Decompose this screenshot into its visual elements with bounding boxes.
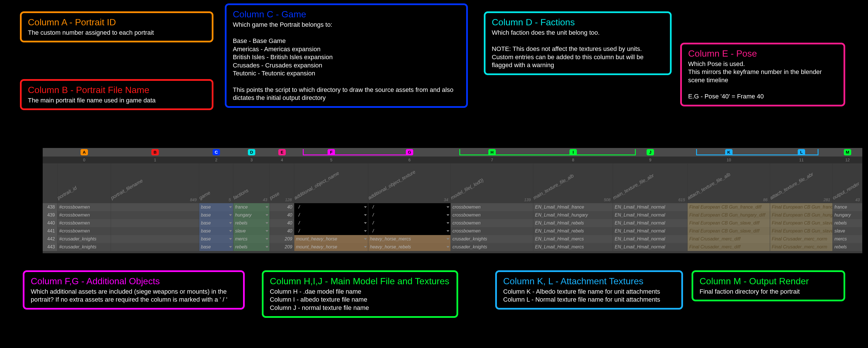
chevron-down-icon[interactable] [364,230,367,232]
cell-additional-object-texture[interactable]: / [368,227,451,235]
header-factions[interactable]: factions43 [234,163,270,203]
cell-main-texture-alb[interactable]: EN_Lmail_Hmail_mercs [533,243,613,251]
cell-attach-texture-alb[interactable]: Final European CB Gun_france_diff [688,203,770,211]
cell-attach-texture-abr[interactable]: Final European CB Gun_slave_norm [770,219,833,227]
cell-model-file[interactable]: crossbowmen [451,211,533,219]
table-row[interactable]: 438#crossbowmenbasefrance40 / /crossbowm… [43,203,862,211]
header-attach-texture-abr[interactable]: attach_texture_file_abr281 [770,163,833,203]
cell-blank-b[interactable] [111,243,199,251]
cell-additional-object-name[interactable]: mount_heavy_horse [294,243,368,251]
cell-faction[interactable]: mercs [234,235,270,243]
cell-pose[interactable]: 209 [270,243,294,251]
cell-pose[interactable]: 209 [270,235,294,243]
chevron-down-icon[interactable] [266,238,268,240]
cell-model-file[interactable]: crusader_knights [451,235,533,243]
cell-main-texture-abr[interactable]: EN_Lmail_Hmail_normal [613,211,688,219]
num-7[interactable]: 7 [451,157,533,163]
col-letter-m[interactable]: M [833,148,862,157]
cell-attach-texture-alb[interactable]: Final European CB Gun_slave_diff [688,219,770,227]
chevron-down-icon[interactable] [364,246,367,248]
cell-main-texture-alb[interactable]: EN_Lmail_Hmail_rebels [533,219,613,227]
cell-output-render[interactable]: slave [833,227,862,235]
header-additional-object-name[interactable]: additional_object_name [294,163,368,203]
num-5[interactable]: 5 [294,157,368,163]
chevron-down-icon[interactable] [229,230,232,232]
cell-output-render[interactable]: mercs [833,235,862,243]
cell-portrait-filename[interactable]: #crossbowmen [58,203,111,211]
cell-attach-texture-abr[interactable]: Final Crusader_merc_norm [770,235,833,243]
cell-main-texture-alb[interactable]: EN_Lmail_Hmail_hungary [533,211,613,219]
num-8[interactable]: 8 [533,157,613,163]
chevron-down-icon[interactable] [446,230,450,232]
cell-output-render[interactable]: rebels [833,243,862,251]
chevron-down-icon[interactable] [364,206,367,208]
cell-attach-texture-abr[interactable]: Final Crusader_merc_norm [770,243,833,251]
spreadsheet[interactable]: A B C D E F G H I J K L M 0 1 2 3 4 5 6 … [43,148,862,253]
cell-model-file[interactable]: crossbowmen [451,219,533,227]
cell-main-texture-alb[interactable]: EN_Lmail_Hmail_mercs [533,235,613,243]
chevron-down-icon[interactable] [229,246,232,248]
chevron-down-icon[interactable] [446,238,450,240]
chevron-down-icon[interactable] [364,238,367,240]
cell-faction[interactable]: rebels [234,219,270,227]
chevron-down-icon[interactable] [364,222,367,224]
cell-blank-b[interactable] [111,227,199,235]
cell-main-texture-abr[interactable]: EN_Lmail_Hmail_normal [613,203,688,211]
cell-portrait-filename[interactable]: #crossbowmen [58,211,111,219]
cell-portrait-filename[interactable]: #crossbowmen [58,219,111,227]
header-output-render[interactable]: output_render43 [833,163,862,203]
num-9[interactable]: 9 [613,157,688,163]
cell-game[interactable]: base [199,203,234,211]
cell-main-texture-abr[interactable]: EN_Lmail_Hmail_normal [613,219,688,227]
table-row[interactable]: 441#crossbowmenbaseslave40 / /crossbowme… [43,227,862,235]
col-letter-g[interactable]: G [368,148,451,157]
col-letter-k[interactable]: K [688,148,770,157]
header-main-texture-abr[interactable]: main_texture_file_abr615 [613,163,688,203]
cell-faction[interactable]: slave [234,227,270,235]
cell-game[interactable]: base [199,227,234,235]
cell-game[interactable]: base [199,243,234,251]
cell-attach-texture-alb[interactable]: Final European CB Gun_hungary_diff [688,211,770,219]
corner-cell[interactable] [43,148,58,157]
header-attach-texture-alb[interactable]: attach_texture_file_alb86 [688,163,770,203]
cell-additional-object-texture[interactable]: heavy_horse_mercs [368,235,451,243]
table-row[interactable]: 442#crusader_knightsbasemercs209mount_he… [43,235,862,243]
cell-output-render[interactable]: rebels [833,219,862,227]
col-letter-l[interactable]: L [770,148,833,157]
header-model-file[interactable]: model_file(_lod0)139 [451,163,533,203]
cell-additional-object-name[interactable]: / [294,227,368,235]
cell-pose[interactable]: 40 [270,227,294,235]
cell-attach-texture-abr[interactable]: Final European CB Gun_slave_norm [770,227,833,235]
cell-model-file[interactable]: crusader_knights [451,243,533,251]
col-letter-c[interactable]: C [199,148,234,157]
chevron-down-icon[interactable] [266,214,268,216]
cell-portrait-filename[interactable]: #crusader_knights [58,235,111,243]
chevron-down-icon[interactable] [266,206,268,208]
col-letter-b[interactable]: B [111,148,199,157]
num-4[interactable]: 4 [270,157,294,163]
cell-game[interactable]: base [199,219,234,227]
header-main-texture-alb[interactable]: main_texture_file_alb508 [533,163,613,203]
col-letter-f[interactable]: F [294,148,368,157]
cell-additional-object-name[interactable]: / [294,211,368,219]
col-letter-d[interactable]: D [234,148,270,157]
chevron-down-icon[interactable] [446,206,450,208]
row-number[interactable]: 442 [43,235,58,243]
table-row[interactable]: 439#crossbowmenbasehungary40 / /crossbow… [43,211,862,219]
cell-game[interactable]: base [199,235,234,243]
header-pose[interactable]: pose128 [270,163,294,203]
col-letter-i[interactable]: I [533,148,613,157]
cell-main-texture-abr[interactable]: EN_Lmail_Hmail_normal [613,235,688,243]
cell-additional-object-name[interactable]: / [294,219,368,227]
cell-additional-object-texture[interactable]: heavy_horse_rebels [368,243,451,251]
cell-output-render[interactable]: hungary [833,211,862,219]
row-number[interactable]: 439 [43,211,58,219]
cell-main-texture-alb[interactable]: EN_Lmail_Hmail_rebels [533,227,613,235]
chevron-down-icon[interactable] [266,230,268,232]
num-3[interactable]: 3 [234,157,270,163]
cell-portrait-filename[interactable]: #crusader_knights [58,243,111,251]
cell-pose[interactable]: 40 [270,211,294,219]
cell-faction[interactable]: france [234,203,270,211]
cell-model-file[interactable]: crossbowmen [451,203,533,211]
col-letter-e[interactable]: E [270,148,294,157]
